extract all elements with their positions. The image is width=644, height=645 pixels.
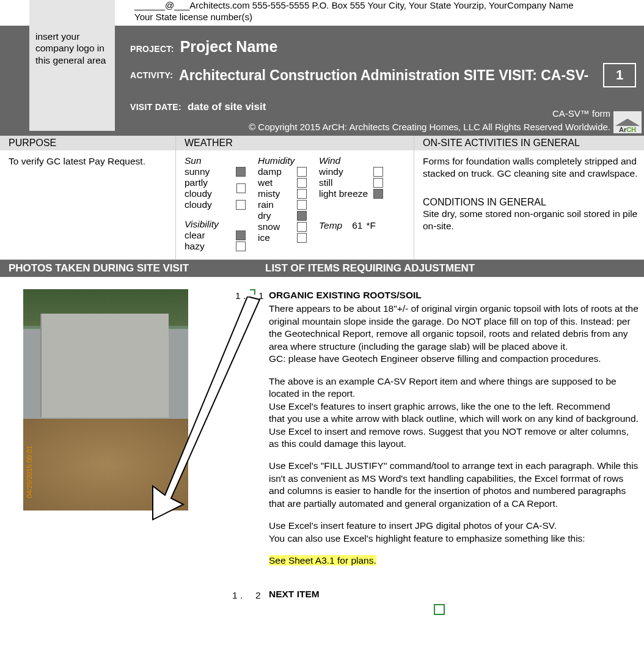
item-2-num-left: 1 . — [232, 589, 243, 602]
weather-option-label: hazy — [185, 241, 205, 252]
brand-logo: ArCH — [613, 111, 642, 133]
visit-date-label: VISIT DATE: — [130, 102, 181, 112]
checkbox-icon[interactable] — [236, 167, 246, 177]
weather-header: WEATHER — [176, 136, 414, 150]
weather-option-label: snow — [258, 221, 280, 232]
temp-label: Temp — [319, 220, 342, 231]
weather-option: windy — [319, 166, 383, 177]
weather-option-label: light breeze — [319, 188, 368, 199]
item-1-num-left: 1 . — [235, 290, 246, 301]
purpose-header: PURPOSE — [0, 136, 175, 150]
item-paragraph: Use Excel's "FILL JUSTIFY" command/tool … — [269, 460, 640, 510]
weather-option-label: wet — [258, 177, 273, 188]
checkbox-icon[interactable] — [373, 178, 383, 188]
weather-option: sunny — [185, 166, 246, 177]
project-name: Project Name — [180, 38, 278, 56]
item-paragraph: Use Excel's insert feature to insert JPG… — [269, 520, 640, 545]
weather-option-label: partly cloudy — [185, 177, 233, 199]
checkbox-icon[interactable] — [297, 200, 307, 210]
checkbox-icon[interactable] — [236, 200, 246, 210]
weather-option: ice — [258, 232, 307, 243]
visit-date-value: date of site visit — [188, 101, 266, 113]
photos-heading: PHOTOS TAKEN DURING SITE VISIT — [9, 262, 265, 275]
info-grid: PURPOSE To verify GC latest Pay Request.… — [0, 136, 644, 260]
weather-option-label: windy — [319, 166, 343, 177]
weather-option-label: cloudy — [185, 199, 212, 210]
temp-value: 61 — [352, 220, 362, 231]
weather-option-label: damp — [258, 166, 282, 177]
checkbox-icon[interactable] — [297, 167, 307, 177]
weather-option-label: ice — [258, 232, 270, 243]
checkbox-icon[interactable] — [373, 189, 383, 199]
conditions-header: CONDITIONS IN GENERAL — [423, 197, 638, 208]
section-bar: PHOTOS TAKEN DURING SITE VISIT LIST OF I… — [0, 260, 644, 277]
weather-option-label: still — [319, 177, 332, 188]
wind-label: Wind — [319, 155, 383, 166]
weather-option-label: dry — [258, 210, 271, 221]
checkbox-icon[interactable] — [236, 230, 246, 240]
checkbox-icon[interactable] — [236, 241, 246, 251]
onsite-text: Forms for foundation walls completely st… — [423, 155, 638, 180]
checkbox-icon[interactable] — [297, 233, 307, 243]
logo-placeholder: insert your company logo in this general… — [29, 0, 115, 131]
activity-value: Architectural Construction Administratio… — [179, 67, 588, 84]
weather-option: misty — [258, 188, 307, 199]
copyright-text: © Copyright 2015 ArCH: Architects Creati… — [249, 122, 610, 132]
checkbox-icon[interactable] — [297, 222, 307, 232]
checkbox-icon[interactable] — [297, 178, 307, 188]
visibility-label: Visibility — [185, 219, 246, 230]
header-bar: insert your company logo in this general… — [0, 26, 644, 136]
sun-label: Sun — [185, 155, 246, 166]
excel-selection-icon — [434, 604, 445, 615]
photo-datestamp: 04/29/2015 09:01 — [26, 446, 33, 498]
checkbox-icon[interactable] — [297, 189, 307, 199]
item-2-num-right: 2 — [255, 589, 261, 602]
weather-option: damp — [258, 166, 307, 177]
weather-option: snow — [258, 221, 307, 232]
items-heading: LIST OF ITEMS REQUIRING ADJUSTMENT — [265, 262, 635, 275]
weather-option: cloudy — [185, 199, 246, 210]
weather-option-label: misty — [258, 188, 280, 199]
conditions-text: Site dry, some stored non-organic soil s… — [423, 208, 638, 232]
checkbox-icon[interactable] — [297, 211, 307, 221]
item-paragraph: There appears to be about 18"+/- of orig… — [269, 303, 640, 365]
weather-option: light breeze — [319, 188, 383, 199]
weather-option-label: sunny — [185, 166, 210, 177]
weather-option: still — [319, 177, 383, 188]
weather-option: dry — [258, 210, 307, 221]
project-label: PROJECT: — [130, 44, 174, 54]
site-photo: 04/29/2015 09:01 — [23, 289, 188, 510]
onsite-header: ON-SITE ACTIVITIES IN GENERAL — [414, 136, 644, 150]
item-1-title: ORGANIC EXISTING ROOTS/SOIL — [269, 289, 640, 301]
item-2-title: NEXT ITEM — [269, 588, 445, 600]
item-1-num-right: 1 — [258, 290, 264, 301]
item-paragraph: The above is an example CA-SV Report ite… — [269, 375, 640, 451]
humidity-label: Humidity — [258, 155, 307, 166]
weather-option-label: rain — [258, 199, 274, 210]
temp-unit: *F — [366, 220, 376, 231]
activity-label: ACTIVITY: — [130, 70, 173, 80]
weather-option: hazy — [185, 241, 246, 252]
visit-number: 1 — [603, 63, 636, 87]
highlight-text: See Sheet A3.1 for plans. — [269, 555, 376, 566]
cell-marker-icon — [250, 289, 255, 295]
checkbox-icon[interactable] — [236, 183, 246, 193]
weather-option: wet — [258, 177, 307, 188]
weather-option: clear — [185, 230, 246, 241]
checkbox-icon[interactable] — [373, 167, 383, 177]
house-icon — [615, 119, 640, 126]
weather-option-label: clear — [185, 230, 205, 241]
purpose-text: To verify GC latest Pay Request. — [9, 155, 169, 168]
form-meta: CA-SV™ form — [552, 108, 610, 119]
weather-option: partly cloudy — [185, 177, 246, 199]
weather-option: rain — [258, 199, 307, 210]
